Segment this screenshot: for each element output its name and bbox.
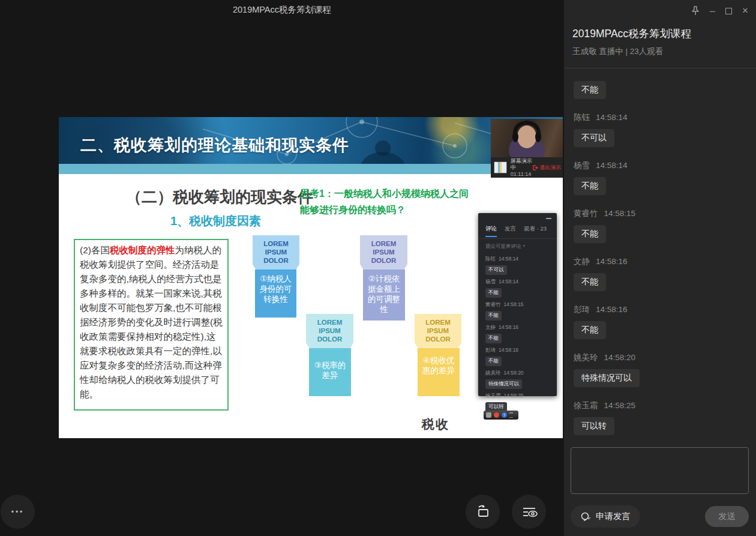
mini-panel-messages: 陈钰14:58:14 不可以 杨雪14:58:14 不能 黄睿竹14:58:15… [485, 256, 551, 415]
mini-panel-minimize-icon[interactable] [546, 218, 551, 219]
toggle-chat-overlay-button[interactable] [512, 495, 546, 529]
slide-subsection-title: 1、税收制度因素 [170, 213, 261, 229]
presenter-video [491, 119, 563, 157]
chat-timestamp: 14:58:14 [596, 113, 628, 122]
slide-footer-label: 税收 [422, 416, 449, 433]
mini-message: 陈钰14:58:14 不可以 [485, 256, 551, 275]
more-options-icon: ••• [11, 508, 25, 516]
minimize-icon[interactable]: ─ [710, 6, 715, 16]
exit-presentation-label: 退出演示 [539, 164, 561, 172]
slide-paragraph-box: (2)各国税收制度的弹性为纳税人的税收筹划提供了空间。经济活动是复杂多变的,纳税… [74, 239, 229, 411]
mini-message-bubble: 特殊情况可以 [485, 379, 522, 389]
mini-message-bubble: 不可以 [485, 265, 507, 275]
slide-question: 思考1：一般纳税人和小规模纳税人之间 能够进行身份的转换吗？ [300, 185, 469, 218]
chat-message: 不能 [574, 81, 748, 99]
banner-strip [59, 164, 563, 174]
chat-sender: 文静 [574, 257, 590, 266]
slide-question-line2: 能够进行身份的转换吗？ [300, 202, 469, 218]
red-app-icon[interactable] [494, 412, 499, 418]
block4-body: ④税收优惠的差异 [418, 348, 460, 396]
pin-icon[interactable] [691, 6, 700, 16]
mini-message-name: 彭琦 [485, 347, 496, 353]
chat-input[interactable] [571, 447, 749, 494]
gray-badge-icon[interactable] [486, 412, 491, 418]
mini-panel-tabs: 评论 发言 观看 · 23 [485, 225, 547, 237]
mini-tab-comments[interactable]: 评论 [485, 225, 497, 237]
chat-timestamp: 14:58:25 [604, 401, 636, 410]
chat-timestamp: 14:58:14 [596, 161, 628, 170]
chat-message: 黄睿竹14:58:15 不能 [574, 208, 748, 243]
chat-message: 陈钰14:58:14 不可以 [574, 112, 748, 147]
request-speak-label: 申请发言 [596, 511, 631, 522]
chat-bubble: 可以转 [574, 417, 614, 435]
slide-banner-title: 二、税收筹划的理论基础和现实条件 [80, 134, 349, 156]
mini-message: 文静14:58:16 不能 [485, 324, 551, 343]
chat-message-list: 不能 陈钰14:58:14 不可以 杨雪14:58:14 不能 黄睿竹14:58… [574, 81, 748, 448]
toolbar-handle-icon[interactable] [509, 412, 513, 418]
chat-timestamp: 14:58:15 [604, 209, 636, 218]
chat-bubble: 不能 [574, 273, 606, 291]
floating-toolbar: ? [484, 411, 518, 420]
paragraph-highlight: 税收制度的弹性 [110, 245, 175, 255]
screenshare-timer: 01:11:14 [511, 171, 533, 178]
paragraph-prefix: (2)各国 [80, 245, 110, 255]
mini-message-bubble: 不能 [485, 311, 502, 321]
stage-area: 2019MPAcc税务筹划课程 [0, 0, 564, 536]
mini-message-time: 14:58:15 [504, 301, 524, 307]
block1-body: ①纳税人身份的可转换性 [255, 270, 296, 318]
screenshare-thumbnail [494, 161, 507, 173]
mini-message-name: 陈钰 [485, 256, 496, 262]
block2-header: LOREM IPSUM DOLOR [360, 235, 407, 270]
block4-header: LOREM IPSUM DOLOR [415, 314, 461, 348]
chat-bubble: 特殊情况可以 [574, 369, 640, 387]
list-eye-icon [520, 503, 539, 521]
chat-timestamp: 14:58:16 [596, 305, 628, 314]
request-speak-button[interactable]: 申请发言 [571, 505, 640, 528]
maximize-icon[interactable] [725, 6, 732, 16]
block2-body: ②计税依据金额上的可调整性 [363, 270, 405, 321]
slide-banner: 二、税收筹划的理论基础和现实条件 [59, 117, 563, 164]
block3-body: ③税率的差异 [309, 348, 351, 396]
mini-message: 杨雪14:58:14 不能 [485, 279, 551, 298]
help-icon[interactable]: ? [502, 412, 507, 418]
mini-tab-speak[interactable]: 发言 [505, 225, 516, 237]
chat-message: 姚美玲14:58:20 特殊情况可以 [574, 352, 748, 387]
chat-timestamp: 14:58:16 [596, 257, 628, 266]
exit-presentation-button[interactable]: 退出演示 [533, 164, 561, 172]
chat-sender: 彭琦 [574, 305, 590, 314]
mini-message-time: 14:58:14 [499, 279, 518, 285]
mini-message-name: 杨雪 [485, 279, 496, 285]
send-button[interactable]: 发送 [705, 506, 749, 527]
close-icon[interactable]: × [742, 6, 748, 16]
mini-panel-divider [478, 238, 557, 239]
mini-message: 黄睿竹14:58:15 不能 [485, 301, 551, 321]
screenshare-status: 屏幕演示中 [511, 158, 533, 171]
mini-message-name: 黄睿竹 [485, 301, 501, 307]
block3-header: LOREM IPSUM DOLOR [306, 314, 353, 348]
rotate-screen-button[interactable] [466, 495, 500, 529]
chat-bubble: 不能 [574, 225, 606, 243]
rotate-screen-icon [474, 503, 492, 521]
chat-bubble: 不能 [574, 81, 606, 99]
more-options-button[interactable]: ••• [1, 495, 35, 529]
chat-message: 徐玉霜14:58:25 可以转 [574, 400, 748, 435]
sidebar-divider [564, 68, 756, 68]
chat-message: 杨雪14:58:14 不能 [574, 160, 748, 195]
exit-icon [533, 165, 538, 170]
slide-section-title: （二）税收筹划的现实条件 [126, 187, 313, 208]
mini-message: 徐玉霜14:58:25 可以转 [485, 393, 551, 412]
mini-message-bubble: 不能 [485, 334, 502, 343]
chat-sender: 徐玉霜 [574, 401, 598, 410]
chat-sender: 杨雪 [574, 161, 590, 170]
mini-message-bubble: 不能 [485, 357, 502, 366]
presenter-status: 王成敬 直播中 | 23人观看 [572, 46, 663, 57]
chat-sender: 陈钰 [574, 113, 590, 122]
mini-tab-viewers[interactable]: 观看 · 23 [524, 225, 547, 237]
chat-message: 彭琦14:58:16 不能 [574, 304, 748, 339]
mini-message-name: 姚美玲 [485, 370, 501, 376]
mini-message-time: 14:58:20 [504, 370, 524, 376]
mini-panel-notice: 观众可发表评论 + [485, 243, 526, 250]
mini-message-time: 14:58:25 [504, 393, 524, 399]
chat-sender: 黄睿竹 [574, 209, 598, 218]
mini-message-bubble: 不能 [485, 288, 502, 298]
